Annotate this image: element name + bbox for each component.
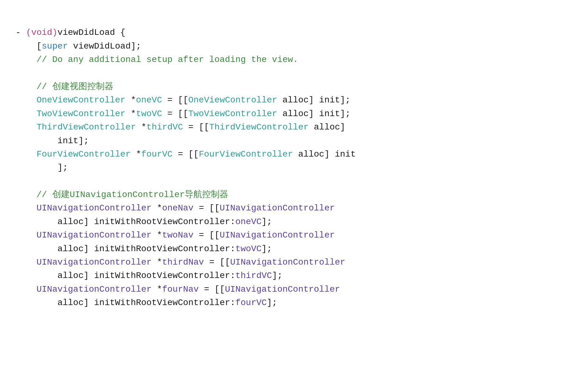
code-segment: [16, 257, 36, 267]
code-line: ThirdViewController *thirdVC = [[ThirdVi…: [16, 120, 572, 134]
code-segment: thirdVC: [146, 122, 183, 132]
code-segment: twoVC: [235, 244, 262, 254]
code-segment: [16, 230, 36, 240]
code-segment: TwoViewController: [36, 109, 126, 119]
code-line: init];: [16, 134, 572, 148]
code-line: OneViewController *oneVC = [[OneViewCont…: [16, 93, 572, 107]
code-segment: fourVC: [141, 149, 173, 159]
code-segment: ];: [272, 271, 282, 280]
code-segment: init];: [16, 136, 89, 146]
code-segment: UINavigationController: [36, 285, 152, 294]
code-segment: *: [126, 95, 136, 105]
code-segment: *: [152, 203, 162, 213]
code-segment: [16, 285, 36, 294]
code-segment: alloc] initWithRootViewController:: [16, 271, 235, 280]
code-segment: alloc] init];: [277, 109, 350, 119]
code-segment: = [[: [199, 285, 225, 294]
code-segment: OneViewController: [36, 95, 126, 105]
code-segment: = [[: [193, 230, 220, 240]
code-segment: alloc] init];: [277, 95, 350, 105]
code-segment: thirdNav: [162, 257, 204, 267]
code-segment: super: [42, 41, 68, 51]
code-segment: thirdVC: [235, 271, 272, 280]
code-segment: UINavigationController: [36, 203, 152, 213]
code-line: alloc] initWithRootViewController:thirdV…: [16, 269, 572, 282]
code-segment: alloc] initWithRootViewController:: [16, 244, 235, 254]
code-segment: = [[: [173, 149, 199, 159]
code-segment: ];: [262, 217, 272, 227]
code-segment: TwoViewController: [188, 109, 277, 119]
code-segment: // 创建UINavigationController导航控制器: [16, 190, 228, 200]
code-segment: [16, 109, 36, 119]
code-line: [16, 175, 572, 188]
code-line: alloc] initWithRootViewController:fourVC…: [16, 296, 572, 309]
code-line: TwoViewController *twoVC = [[TwoViewCont…: [16, 107, 572, 120]
code-segment: [16, 203, 36, 213]
code-segment: *: [152, 230, 162, 240]
code-line: [16, 67, 572, 80]
code-segment: *: [136, 122, 146, 132]
code-segment: = [[: [183, 122, 209, 132]
code-segment: = [[: [193, 203, 220, 213]
code-line: ];: [16, 161, 572, 174]
code-segment: [16, 122, 36, 132]
code-segment: ];: [262, 244, 272, 254]
code-line: alloc] initWithRootViewController:oneVC]…: [16, 215, 572, 228]
code-line: // 创建视图控制器: [16, 80, 572, 93]
code-segment: -: [16, 28, 26, 37]
code-segment: oneVC: [235, 217, 262, 227]
code-segment: alloc] initWithRootViewController:: [16, 298, 235, 308]
code-segment: [267, 55, 272, 64]
code-segment: ];: [16, 163, 68, 172]
code-segment: // 创建视图控制器: [16, 82, 113, 92]
code-segment: *: [152, 285, 162, 294]
code-segment: OneViewController: [188, 95, 277, 105]
code-segment: oneVC: [136, 95, 162, 105]
code-segment: UINavigationController: [225, 285, 340, 294]
code-segment: ThirdViewController: [209, 122, 309, 132]
code-segment: oneNav: [162, 203, 194, 213]
code-segment: alloc] init: [293, 149, 356, 159]
code-segment: twoNav: [162, 230, 194, 240]
code-line: FourViewController *fourVC = [[FourViewC…: [16, 148, 572, 161]
code-line: UINavigationController *fourNav = [[UINa…: [16, 283, 572, 296]
code-segment: view.: [272, 55, 298, 64]
code-segment: *: [152, 257, 162, 267]
code-segment: viewDidLoad {: [57, 28, 125, 37]
code-block: - (void)viewDidLoad { [super viewDidLoad…: [16, 12, 572, 310]
code-line: UINavigationController *oneNav = [[UINav…: [16, 201, 572, 215]
code-segment: alloc]: [309, 122, 345, 132]
code-line: - (void)viewDidLoad {: [16, 26, 572, 39]
code-segment: // Do any additional setup after loading…: [16, 55, 267, 64]
code-segment: *: [131, 149, 141, 159]
code-line: UINavigationController *thirdNav = [[UIN…: [16, 256, 572, 269]
code-segment: UINavigationController: [36, 230, 152, 240]
code-segment: [: [16, 41, 42, 51]
code-line: [super viewDidLoad];: [16, 40, 572, 53]
code-segment: ];: [267, 298, 277, 308]
code-segment: ThirdViewController: [36, 122, 136, 132]
code-segment: fourVC: [235, 298, 267, 308]
code-segment: = [[: [204, 257, 230, 267]
code-segment: (void): [26, 28, 58, 37]
code-segment: alloc] initWithRootViewController:: [16, 217, 235, 227]
code-segment: FourViewController: [199, 149, 293, 159]
code-segment: fourNav: [162, 285, 199, 294]
code-line: // Do any additional setup after loading…: [16, 53, 572, 66]
code-segment: *: [126, 109, 136, 119]
code-segment: = [[: [162, 95, 188, 105]
code-segment: [16, 149, 36, 159]
code-segment: viewDidLoad];: [68, 41, 141, 51]
code-segment: FourViewController: [36, 149, 130, 159]
code-segment: = [[: [162, 109, 188, 119]
code-segment: twoVC: [136, 109, 162, 119]
code-segment: [16, 95, 36, 105]
code-segment: UINavigationController: [220, 230, 335, 240]
code-segment: UINavigationController: [230, 257, 345, 267]
code-line: alloc] initWithRootViewController:twoVC]…: [16, 242, 572, 256]
code-line: // 创建UINavigationController导航控制器: [16, 188, 572, 201]
code-line: UINavigationController *twoNav = [[UINav…: [16, 228, 572, 242]
code-segment: UINavigationController: [36, 257, 152, 267]
code-segment: UINavigationController: [220, 203, 335, 213]
